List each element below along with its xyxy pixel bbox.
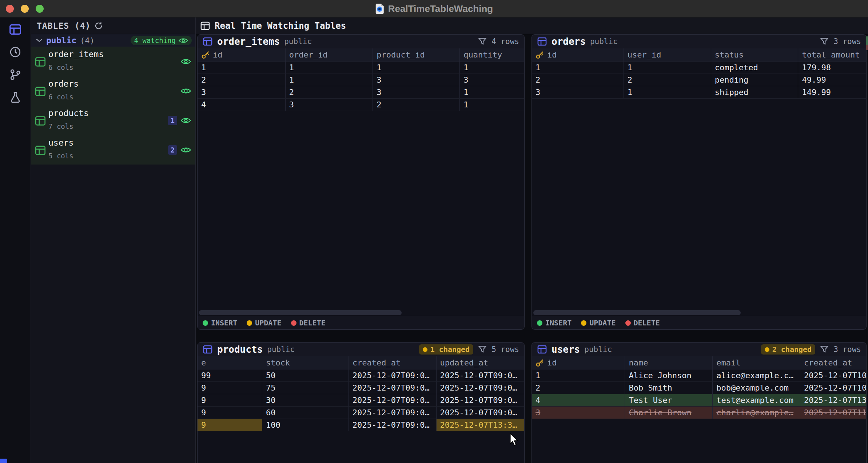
column-label: status: [715, 50, 744, 59]
table-icon: [35, 56, 46, 68]
legend-label: DELETE: [299, 318, 326, 327]
sidebar-item-products[interactable]: products7 cols1: [31, 106, 195, 135]
legend-dot-icon: [537, 320, 542, 326]
table-icon: [35, 145, 46, 156]
cell: 3: [532, 86, 624, 98]
table-row: 3231: [198, 86, 524, 99]
minimize-button[interactable]: [21, 5, 29, 13]
changed-dot-icon: [765, 347, 769, 352]
table-name: order_items: [48, 50, 104, 59]
column-header-e: e: [198, 356, 262, 369]
lab-flask-icon[interactable]: [8, 90, 23, 104]
panel-schema: public: [284, 37, 312, 46]
panel-schema: public: [584, 345, 612, 354]
background-window-sliver-green: [866, 36, 868, 45]
eye-icon[interactable]: [181, 58, 191, 65]
cell: 9: [198, 394, 262, 406]
table-row: 4321: [198, 99, 524, 111]
column-header-created_at: created_at: [800, 356, 866, 369]
scrollbar-thumb[interactable]: [199, 310, 402, 315]
panel-header: order_itemspublic4 rows: [198, 35, 524, 48]
column-header-row: estockcreated_atupdated_at: [198, 356, 524, 369]
column-header-row: idnameemailcreated_at: [532, 356, 866, 369]
changed-dot-icon: [423, 347, 427, 352]
table-row: 31shipped149.99: [532, 86, 866, 99]
cell: 2025-12-07T09:0…: [436, 382, 524, 394]
cell: 1: [198, 62, 285, 74]
sidebar-item-order_items[interactable]: order_items6 cols: [31, 47, 195, 76]
column-label: product_id: [377, 50, 425, 59]
table-row: 2133: [198, 74, 524, 86]
cell: Bob Smith: [625, 382, 712, 394]
eye-icon[interactable]: [181, 147, 191, 153]
scrollbar-thumb[interactable]: [533, 310, 741, 315]
cell: 9: [198, 407, 262, 419]
table-icon: [203, 36, 213, 47]
column-header-row: iduser_idstatustotal_amount: [532, 48, 866, 62]
close-button[interactable]: [6, 5, 14, 13]
column-header-updated_at: updated_at: [436, 356, 524, 369]
schema-row-public[interactable]: public (4) 4 watching: [31, 34, 195, 47]
filter-icon[interactable]: [820, 345, 829, 354]
sidebar-item-users[interactable]: users5 cols2: [31, 135, 195, 165]
table-row: 99502025-12-07T09:0…2025-12-07T09:0…: [198, 369, 524, 382]
legend-label: DELETE: [634, 318, 660, 327]
cell: 179.98: [798, 62, 866, 74]
cell: 60: [262, 407, 349, 419]
table-row: 9602025-12-07T09:0…2025-12-07T09:0…: [198, 407, 524, 419]
history-clock-icon[interactable]: [8, 45, 23, 59]
zoom-button[interactable]: [36, 5, 44, 13]
cell: 2025-12-07T09:0…: [436, 394, 524, 406]
table-icon: [35, 86, 46, 97]
cell: 2025-12-07T10: [800, 382, 866, 394]
cell: 2: [285, 86, 373, 98]
titlebar: RealTimeTableWaching: [0, 0, 868, 17]
column-label: created_at: [353, 358, 401, 367]
table-row: 11completed179.98: [532, 62, 866, 74]
window-title: RealTimeTableWaching: [388, 3, 493, 15]
item-controls: 1: [168, 106, 191, 135]
changed-badge: 2 changed: [761, 344, 815, 355]
cell: 2025-12-07T11: [800, 407, 866, 419]
filter-icon[interactable]: [478, 345, 487, 354]
column-header-name: name: [625, 356, 712, 369]
mouse-cursor: [508, 432, 521, 447]
eye-icon[interactable]: [179, 37, 188, 44]
eye-icon[interactable]: [181, 88, 191, 94]
eye-icon[interactable]: [181, 117, 191, 124]
filter-icon[interactable]: [478, 37, 487, 46]
column-label: created_at: [804, 358, 852, 367]
panel-header: userspublic2 changed3 rows: [532, 343, 866, 356]
panel-title: products: [217, 344, 263, 355]
tables-view-icon[interactable]: [8, 22, 23, 37]
cell: 3: [459, 74, 524, 86]
cell: Charlie Brown: [625, 407, 712, 419]
cell: Test User: [625, 394, 712, 406]
table-row: 1Alice Johnsonalice@example.c…2025-12-07…: [532, 369, 866, 382]
sidebar-item-orders[interactable]: orders6 cols: [31, 76, 195, 106]
changed-badge: 1 changed: [419, 344, 473, 355]
column-header-order_id: order_id: [285, 48, 373, 61]
horizontal-scrollbar: [532, 309, 866, 316]
table-row: 91002025-12-07T09:0…2025-12-07T13:3…: [198, 419, 524, 431]
column-header-total_amount: total_amount: [798, 48, 866, 61]
cell: 9: [198, 382, 262, 394]
git-branch-icon[interactable]: [8, 67, 23, 82]
schema-count: (4): [80, 36, 95, 45]
column-header-created_at: created_at: [349, 356, 436, 369]
panel-title: users: [552, 344, 580, 355]
cell: 2025-12-07T10: [800, 369, 866, 381]
cell: 1: [532, 369, 625, 381]
filter-icon[interactable]: [820, 37, 829, 46]
cell: 9: [198, 419, 262, 431]
column-label: id: [547, 50, 557, 59]
column-header-product_id: product_id: [373, 48, 459, 61]
refresh-icon[interactable]: [94, 21, 103, 30]
changed-label: 1 changed: [430, 345, 470, 354]
tables-sidebar: TABLES (4) public (4) 4 watching order_i…: [31, 17, 195, 463]
cell: 1: [624, 62, 711, 74]
main-area: Real Time Watching Tables order_itemspub…: [195, 17, 868, 463]
cell: test@example.com: [712, 394, 800, 406]
cell: 3: [532, 407, 625, 419]
table-cols-count: 5 cols: [48, 152, 73, 160]
